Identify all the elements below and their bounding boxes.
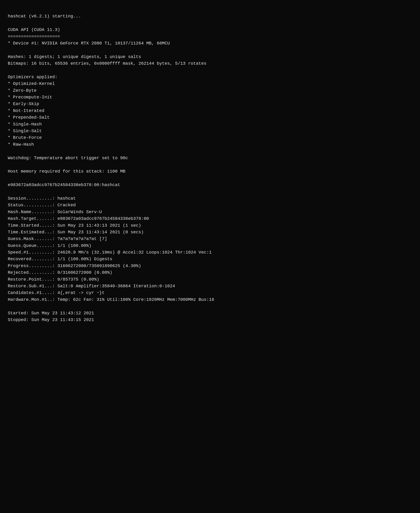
line-empty-5 (8, 161, 412, 168)
line-25: Time.Started.....: Sun May 23 11:43:13 2… (8, 222, 412, 229)
line-16: * Brute-Force (8, 134, 412, 141)
line-37: Started: Sun May 23 11:43:12 2021 (8, 310, 412, 316)
line-empty-3 (8, 67, 412, 74)
terminal-output: hashcat (v6.2.1) starting...CUDA API (CU… (8, 6, 412, 323)
line-24: Hash.Target......: e983672a03adcc9767b24… (8, 215, 412, 222)
line-8: * Optimized-Kernel (8, 80, 412, 87)
line-4: * Device #1: NVIDIA GeForce RTX 2080 Ti,… (8, 40, 412, 47)
line-1: hashcat (v6.2.1) starting... (8, 13, 412, 20)
line-empty-6 (8, 175, 412, 182)
line-38: Stopped: Sun May 23 11:43:15 2021 (8, 316, 412, 323)
line-13: * Prepended-Salt (8, 114, 412, 121)
line-empty-2 (8, 47, 412, 53)
line-empty-4 (8, 148, 412, 154)
line-7: Optimizers applied: (8, 74, 412, 80)
line-19: Host memory required for this attack: 11… (8, 168, 412, 175)
line-15: * Single-Salt (8, 128, 412, 134)
line-2: CUDA API (CUDA 11.3) (8, 26, 412, 33)
line-22: Status...........: Cracked (8, 202, 412, 208)
line-27: Guess.Mask.......: ?a?a?a?a?a?a?at [7] (8, 235, 412, 242)
line-35: Candidates.#1....: 4{,erat -> cyr ~}t (8, 289, 412, 296)
line-20: e983672a03adcc9767b24584338eb378:00:hash… (8, 182, 412, 188)
line-32: Rejected.........: 0/31606272000 (0.00%) (8, 269, 412, 276)
line-33: Restore.Point....: 0/857375 (0.00%) (8, 276, 412, 283)
line-23: Hash.Name........: SolarWinds Serv-U (8, 209, 412, 215)
line-9: * Zero-Byte (8, 87, 412, 94)
line-26: Time.Estimated...: Sun May 23 11:43:14 2… (8, 229, 412, 235)
line-12: * Not-Iterated (8, 107, 412, 114)
line-6: Bitmaps: 16 bits, 65536 entries, 0x0000f… (8, 60, 412, 67)
line-empty-1 (8, 20, 412, 26)
line-21: Session..........: hashcat (8, 195, 412, 202)
line-3: ==================== (8, 33, 412, 40)
line-14: * Single-Hash (8, 121, 412, 128)
line-empty-8 (8, 303, 412, 310)
line-34: Restore.Sub.#1...: Salt:0 Amplifier:3584… (8, 283, 412, 289)
line-18: Watchdog: Temperature abort trigger set … (8, 155, 412, 161)
line-29: Speed.#1.........: 24620.9 MH/s (32.19ms… (8, 249, 412, 256)
line-10: * Precompute-Init (8, 94, 412, 101)
line-empty-7 (8, 188, 412, 195)
line-36: Hardware.Mon.#1..: Temp: 62c Fan: 31% Ut… (8, 296, 412, 303)
line-17: * Raw-Hash (8, 141, 412, 148)
line-30: Recovered........: 1/1 (100.00%) Digests (8, 256, 412, 262)
line-31: Progress.........: 31606272000/735091890… (8, 263, 412, 269)
line-11: * Early-Skip (8, 101, 412, 107)
line-5: Hashes: 1 digests; 1 unique digests, 1 u… (8, 53, 412, 60)
line-28: Guess.Queue......: 1/1 (100.00%) (8, 242, 412, 249)
